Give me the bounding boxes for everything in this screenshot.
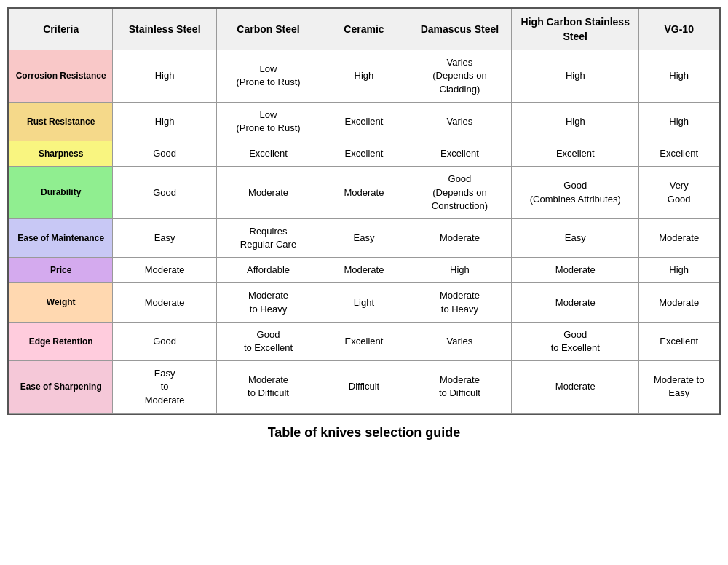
criteria-cell-4: Ease of Maintenance: [9, 218, 113, 257]
cell-1-1: Low (Prone to Rust): [216, 102, 320, 141]
cell-6-4: Moderate: [512, 283, 639, 322]
cell-8-2: Difficult: [320, 361, 408, 414]
cell-8-5: Moderate to Easy: [639, 361, 719, 414]
cell-5-1: Affordable: [216, 258, 320, 283]
cell-0-0: High: [113, 50, 216, 103]
cell-0-4: High: [512, 50, 639, 103]
criteria-cell-2: Sharpness: [9, 141, 113, 167]
header-stainless-steel: Stainless Steel: [113, 9, 216, 50]
criteria-cell-1: Rust Resistance: [9, 102, 113, 141]
cell-4-4: Easy: [512, 218, 639, 257]
cell-1-3: Varies: [408, 102, 511, 141]
cell-1-5: High: [639, 102, 719, 141]
cell-7-1: Good to Excellent: [216, 322, 320, 360]
cell-8-1: Moderate to Difficult: [216, 361, 320, 414]
cell-2-2: Excellent: [320, 141, 408, 167]
cell-5-0: Moderate: [113, 258, 216, 283]
cell-7-3: Varies: [408, 322, 511, 360]
cell-8-0: Easy to Moderate: [113, 361, 216, 414]
cell-3-0: Good: [113, 167, 216, 219]
cell-5-4: Moderate: [512, 258, 639, 283]
cell-7-2: Excellent: [320, 322, 408, 360]
header-damascus-steel: Damascus Steel: [408, 9, 511, 50]
cell-0-1: Low (Prone to Rust): [216, 50, 320, 103]
header-high-carbon-stainless: High Carbon Stainless Steel: [512, 9, 639, 50]
cell-3-4: Good (Combines Attributes): [512, 167, 639, 219]
cell-7-4: Good to Excellent: [512, 322, 639, 360]
cell-3-1: Moderate: [216, 167, 320, 219]
cell-0-2: High: [320, 50, 408, 103]
cell-1-2: Excellent: [320, 102, 408, 141]
cell-3-2: Moderate: [320, 167, 408, 219]
cell-0-5: High: [639, 50, 719, 103]
cell-2-1: Excellent: [216, 141, 320, 167]
cell-4-5: Moderate: [639, 218, 719, 257]
cell-7-0: Good: [113, 322, 216, 360]
criteria-cell-8: Ease of Sharpening: [9, 361, 113, 414]
cell-2-0: Good: [113, 141, 216, 167]
criteria-cell-5: Price: [9, 258, 113, 283]
cell-6-1: Moderate to Heavy: [216, 283, 320, 322]
cell-6-0: Moderate: [113, 283, 216, 322]
cell-1-0: High: [113, 102, 216, 141]
header-ceramic: Ceramic: [320, 9, 408, 50]
cell-2-5: Excellent: [639, 141, 719, 167]
cell-4-3: Moderate: [408, 218, 511, 257]
cell-4-0: Easy: [113, 218, 216, 257]
cell-5-3: High: [408, 258, 511, 283]
criteria-cell-3: Durability: [9, 167, 113, 219]
cell-7-5: Excellent: [639, 322, 719, 360]
cell-6-3: Moderate to Heavy: [408, 283, 511, 322]
cell-4-2: Easy: [320, 218, 408, 257]
cell-0-3: Varies (Depends on Cladding): [408, 50, 511, 103]
header-carbon-steel: Carbon Steel: [216, 9, 320, 50]
criteria-cell-6: Weight: [9, 283, 113, 322]
criteria-cell-7: Edge Retention: [9, 322, 113, 360]
cell-2-4: Excellent: [512, 141, 639, 167]
knife-comparison-table: Criteria Stainless Steel Carbon Steel Ce…: [7, 7, 721, 415]
cell-5-5: High: [639, 258, 719, 283]
table-caption: Table of knives selection guide: [7, 415, 721, 445]
cell-6-2: Light: [320, 283, 408, 322]
cell-1-4: High: [512, 102, 639, 141]
cell-5-2: Moderate: [320, 258, 408, 283]
cell-6-5: Moderate: [639, 283, 719, 322]
header-criteria: Criteria: [9, 9, 113, 50]
criteria-cell-0: Corrosion Resistance: [9, 50, 113, 103]
header-vg10: VG-10: [639, 9, 719, 50]
cell-8-3: Moderate to Difficult: [408, 361, 511, 414]
cell-3-5: Very Good: [639, 167, 719, 219]
cell-4-1: Requires Regular Care: [216, 218, 320, 257]
cell-3-3: Good (Depends on Construction): [408, 167, 511, 219]
cell-2-3: Excellent: [408, 141, 511, 167]
cell-8-4: Moderate: [512, 361, 639, 414]
